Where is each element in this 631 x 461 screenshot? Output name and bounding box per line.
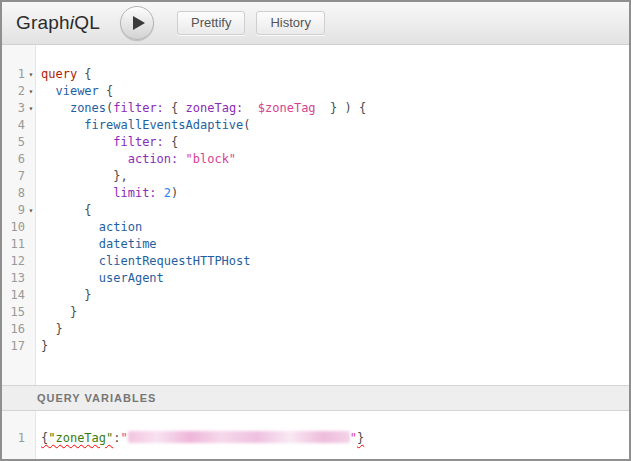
token-pun: } [357,431,364,445]
token-str: " [350,431,357,445]
code-line-content: } [36,304,77,321]
logo-text-post: QL [74,12,100,33]
code-line-content: clientRequestHTTPHost [36,253,251,270]
code-line[interactable]: 1▾query { [2,66,629,83]
token-pun: : [113,431,120,445]
code-line[interactable]: 7 }, [2,168,629,185]
code-line[interactable]: 15 } [2,304,629,321]
code-line[interactable]: 9▾ { [2,202,629,219]
token-fld: userAgent [99,271,164,285]
token-pun [41,152,128,166]
gutter-cell: 1▾ [2,66,36,83]
token-kw: query [41,67,77,81]
code-line-content: limit: 2) [36,185,178,202]
line-number: 11 [2,236,26,253]
token-pun: { [164,101,186,115]
line-number: 3 [2,100,26,117]
line-number: 4 [2,117,26,134]
token-attr: filter: [113,101,164,115]
toolbar: GraphiQL Prettify History [2,2,629,45]
token-pun: } [41,288,92,302]
code-line[interactable]: 8 limit: 2) [2,185,629,202]
gutter-cell: 14 [2,287,36,304]
gutter-cell: 1 [2,430,36,447]
token-pun [243,101,257,115]
fold-arrow-icon[interactable]: ▾ [26,100,36,117]
query-variables-title: QUERY VARIABLES [37,392,156,404]
line-number: 2 [2,83,26,100]
line-number: 6 [2,151,26,168]
gutter-cell: 5 [2,134,36,151]
execute-query-button[interactable] [120,6,154,40]
fold-arrow-icon[interactable]: ▾ [26,83,36,100]
token-pun: ) [171,186,178,200]
prettify-button[interactable]: Prettify [177,11,245,35]
token-pun: }, [41,169,128,183]
code-line[interactable]: 2▾ viewer { [2,83,629,100]
token-pun: } ) { [316,101,367,115]
line-number: 16 [2,321,26,338]
history-button[interactable]: History [256,11,324,35]
token-pun: { [41,203,92,217]
line-number: 15 [2,304,26,321]
query-variables-editor[interactable]: 1{"zoneTag":""} [2,411,629,459]
code-line[interactable]: 12 clientRequestHTTPHost [2,253,629,270]
token-pun: ( [243,118,250,132]
gutter-cell: 17 [2,338,36,355]
code-line[interactable]: 13 userAgent [2,270,629,287]
code-line[interactable]: 6 action: "block" [2,151,629,168]
token-fld: viewer [55,84,98,98]
token-pun [41,135,113,149]
gutter-cell: 6 [2,151,36,168]
token-fld: action [99,220,142,234]
code-line[interactable]: 14 } [2,287,629,304]
gutter-cell: 16 [2,321,36,338]
code-line[interactable]: 10 action [2,219,629,236]
line-number: 10 [2,219,26,236]
token-fld: clientRequestHTTPHost [99,254,251,268]
query-editor[interactable]: 1▾query {2▾ viewer {3▾ zones(filter: { z… [2,45,629,385]
token-pun [41,118,84,132]
line-number: 14 [2,287,26,304]
token-fld: zones [70,101,106,115]
token-pun [41,101,70,115]
fold-arrow-icon[interactable]: ▾ [26,202,36,219]
line-number: 7 [2,168,26,185]
code-line-content: filter: { [36,134,178,151]
token-pun [157,186,164,200]
token-attr: filter: [113,135,164,149]
code-line[interactable]: 4 firewallEventsAdaptive( [2,117,629,134]
gutter-cell: 8 [2,185,36,202]
token-num: 2 [164,186,171,200]
gutter-cell: 13 [2,270,36,287]
token-pun: } [41,339,48,353]
token-pun [41,254,99,268]
code-line[interactable]: 5 filter: { [2,134,629,151]
token-pun: } [41,305,77,319]
code-line[interactable]: 11 datetime [2,236,629,253]
app-logo: GraphiQL [16,12,100,34]
token-pun [178,152,185,166]
code-line-content: viewer { [36,83,113,100]
code-line[interactable]: 1{"zoneTag":""} [2,430,629,447]
gutter-cell: 12 [2,253,36,270]
code-line-content: userAgent [36,270,164,287]
code-line[interactable]: 3▾ zones(filter: { zoneTag: $zoneTag } )… [2,100,629,117]
code-line-content: }, [36,168,128,185]
code-line-content: query { [36,66,92,83]
token-pun [41,186,113,200]
token-prop: "zoneTag" [48,431,113,445]
logo-text-pre: Graph [16,12,70,33]
code-line-content: } [36,287,92,304]
code-line[interactable]: 16 } [2,321,629,338]
line-number: 17 [2,338,26,355]
line-number: 1 [2,430,26,447]
token-pun: { [99,84,113,98]
gutter-cell: 11 [2,236,36,253]
code-line[interactable]: 17} [2,338,629,355]
fold-arrow-icon[interactable]: ▾ [26,66,36,83]
token-fld: firewallEventsAdaptive [84,118,243,132]
gutter-cell: 3▾ [2,100,36,117]
line-number: 9 [2,202,26,219]
token-attr: limit: [113,186,156,200]
